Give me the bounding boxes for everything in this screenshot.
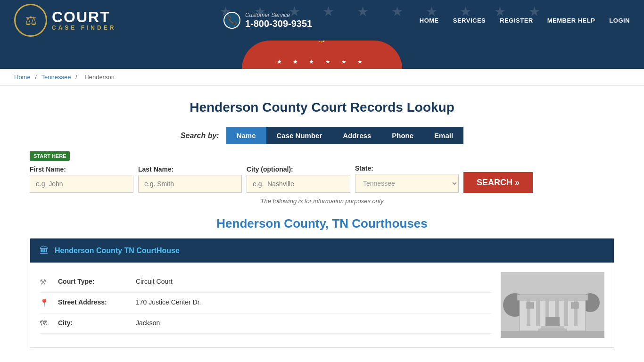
courthouse-body: ⚒ Court Type: Circuit Court 📍 Street Add… (30, 263, 614, 347)
city-detail-value: Jackson (136, 319, 160, 327)
main-content: Henderson County Court Records Lookup Se… (16, 86, 628, 362)
search-section: Search by: Name Case Number Address Phon… (30, 127, 614, 205)
detail-row-address: 📍 Street Address: 170 Justice Center Dr. (40, 293, 491, 313)
logo-text: COURT CASE FINDER (52, 9, 116, 31)
breadcrumb-home[interactable]: Home (14, 74, 31, 81)
nav-services[interactable]: SERVICES (453, 17, 486, 24)
svg-rect-10 (574, 298, 578, 326)
courthouse-image (501, 272, 604, 338)
eagle-icon: 🦅 (316, 41, 329, 43)
tab-case-number[interactable]: Case Number (266, 127, 333, 144)
tab-name[interactable]: Name (226, 127, 266, 144)
svg-rect-12 (527, 303, 534, 308)
cs-info: Customer Service 1-800-309-9351 (245, 12, 312, 29)
breadcrumb-separator-1: / (35, 74, 38, 81)
svg-rect-13 (571, 303, 578, 308)
phone-icon: 📞 (223, 12, 240, 29)
last-name-label: Last Name: (138, 165, 242, 173)
courthouse-header: 🏛 Henderson County TN CourtHouse (30, 239, 614, 263)
search-fields: First Name: Last Name: City (optional): … (30, 165, 614, 193)
logo-icon (14, 4, 47, 37)
state-group: State: Tennessee (355, 165, 459, 193)
city-group: City (optional): (247, 165, 350, 193)
arch-stars: ★ ★ ★ ★ ★ ★ (277, 44, 368, 65)
nav-home[interactable]: HOME (420, 17, 439, 24)
customer-service: 📞 Customer Service 1-800-309-9351 (223, 12, 312, 29)
nav-member-help[interactable]: MEMBER HELP (547, 17, 595, 24)
courthouse-name-link[interactable]: Henderson County TN CourtHouse (55, 247, 180, 255)
page-title: Henderson County Court Records Lookup (30, 100, 614, 115)
first-name-label: First Name: (30, 165, 133, 173)
search-button[interactable]: SEARCH » (463, 172, 533, 193)
svg-rect-9 (564, 298, 568, 326)
info-text: The following is for information purpose… (30, 197, 614, 205)
svg-rect-6 (536, 298, 540, 326)
logo-area: COURT CASE FINDER (14, 4, 116, 37)
state-label: State: (355, 165, 459, 172)
nav-login[interactable]: LOGIN (609, 17, 630, 24)
logo-title: COURT (52, 9, 116, 25)
search-by-row: Search by: Name Case Number Address Phon… (30, 127, 614, 144)
first-name-input[interactable] (30, 175, 133, 193)
gavel-icon: ⚒ (40, 278, 51, 287)
tab-phone[interactable]: Phone (381, 127, 424, 144)
logo-subtitle: CASE FINDER (52, 25, 116, 31)
detail-row-city: 🗺 City: Jackson (40, 313, 491, 334)
detail-row-type: ⚒ Court Type: Circuit Court (40, 272, 491, 293)
nav-register[interactable]: REGISTER (500, 17, 533, 24)
main-nav: HOME SERVICES REGISTER MEMBER HELP LOGIN (420, 17, 630, 24)
city-detail-label: City: (58, 319, 129, 327)
arch-shape: 🦅 ★ ★ ★ ★ ★ ★ (242, 41, 402, 69)
svg-rect-14 (501, 331, 604, 338)
cs-label: Customer Service (245, 12, 312, 18)
state-select[interactable]: Tennessee (355, 174, 459, 193)
breadcrumb-county: Henderson (84, 74, 115, 81)
tab-address[interactable]: Address (332, 127, 381, 144)
location-icon: 📍 (40, 298, 51, 307)
courthouses-title: Henderson County, TN Courthouses (30, 216, 614, 231)
last-name-input[interactable] (138, 175, 242, 193)
courthouse-details: ⚒ Court Type: Circuit Court 📍 Street Add… (40, 272, 491, 338)
city-label: City (optional): (247, 165, 350, 173)
street-address-value: 170 Justice Center Dr. (136, 298, 201, 306)
hero-arch: 🦅 ★ ★ ★ ★ ★ ★ (0, 41, 644, 69)
court-type-value: Circuit Court (136, 278, 173, 285)
city-input[interactable] (247, 175, 350, 193)
courthouse-building-svg (501, 272, 604, 338)
courthouse-icon: 🏛 (40, 245, 49, 256)
search-tabs: Name Case Number Address Phone Email (226, 127, 463, 144)
svg-rect-5 (527, 298, 530, 326)
last-name-group: Last Name: (138, 165, 242, 193)
street-address-label: Street Address: (58, 298, 129, 306)
breadcrumb: Home / Tennessee / Henderson (0, 69, 644, 86)
search-by-label: Search by: (181, 132, 219, 140)
tab-email[interactable]: Email (424, 127, 463, 144)
courthouse-card: 🏛 Henderson County TN CourtHouse ⚒ Court… (30, 238, 614, 348)
court-type-label: Court Type: (58, 278, 129, 285)
svg-rect-16 (541, 326, 564, 329)
breadcrumb-separator-2: / (75, 74, 79, 81)
cs-phone: 1-800-309-9351 (245, 18, 312, 29)
map-icon: 🗺 (40, 319, 51, 328)
first-name-group: First Name: (30, 165, 133, 193)
site-header: COURT CASE FINDER 📞 Customer Service 1-8… (0, 0, 644, 41)
start-here-badge: START HERE (30, 151, 70, 161)
breadcrumb-state[interactable]: Tennessee (41, 74, 71, 81)
svg-rect-15 (538, 329, 567, 331)
